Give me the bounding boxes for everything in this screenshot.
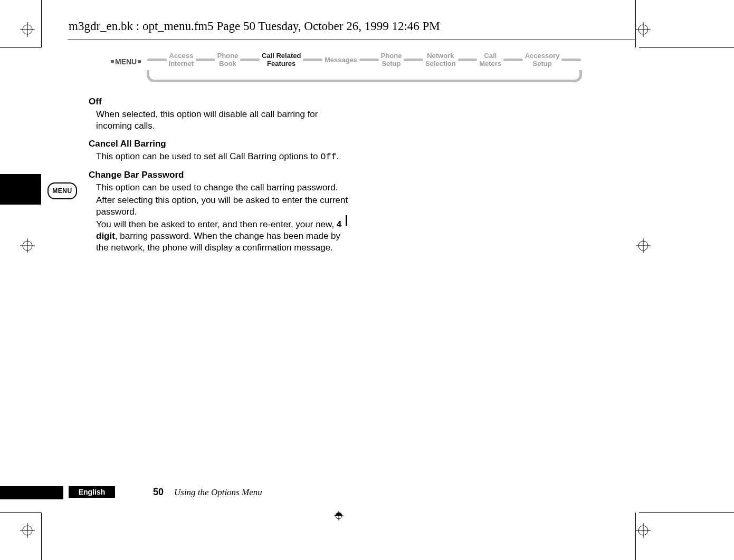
crop-line	[639, 512, 734, 513]
footer-chapter-title: Using the Options Menu	[174, 487, 262, 498]
ribbon-connector	[404, 59, 423, 61]
registration-mark-icon	[20, 22, 35, 37]
change-bar	[346, 215, 347, 226]
crop-line	[0, 512, 41, 513]
ribbon-connector	[196, 59, 215, 61]
ribbon-item-call-meters: Call Meters	[479, 52, 501, 67]
crop-line	[41, 0, 42, 47]
registration-mark-icon	[636, 22, 651, 37]
footer-black-tab	[0, 486, 63, 499]
ribbon-item-phone-setup: Phone Setup	[381, 52, 402, 67]
ribbon-item-network-selection: Network Selection	[425, 52, 456, 67]
paragraph-change-2: After selecting this option, you will be…	[96, 195, 355, 218]
text: , barring password. When the change has …	[96, 231, 340, 253]
ribbon-item-access-internet: Access Internet	[169, 52, 194, 67]
ribbon-item-messages: Messages	[325, 56, 357, 64]
text: You will then be asked to enter, and the…	[96, 219, 337, 229]
ribbon-connector	[147, 59, 167, 61]
ribbon-connector	[503, 59, 523, 61]
text: This option can be used to set all Call …	[96, 151, 320, 161]
menu-ribbon-label-text: MENU	[115, 57, 137, 66]
crop-line	[41, 513, 42, 560]
ribbon-connector	[240, 59, 260, 61]
paragraph-change-3: You will then be asked to enter, and the…	[96, 219, 355, 254]
paragraph-off: When selected, this option will disable …	[96, 109, 355, 132]
ribbon-item-call-related-features: Call Related Features	[262, 52, 301, 67]
paragraph-cancel: This option can be used to set all Call …	[96, 151, 355, 163]
ribbon-item-accessory-setup: Accessory Setup	[525, 52, 560, 67]
thumb-tab	[0, 174, 41, 205]
registration-mark-icon	[636, 523, 651, 538]
running-header: m3gdr_en.bk : opt_menu.fm5 Page 50 Tuesd…	[69, 20, 440, 33]
heading-cancel-all-barring: Cancel All Barring	[89, 138, 355, 150]
registration-mark-icon	[20, 523, 35, 538]
menu-key-badge-label: MENU	[52, 187, 72, 195]
ribbon-connector	[359, 59, 379, 61]
paragraph-change-1: This option can be used to change the ca…	[96, 182, 355, 194]
crop-line	[0, 47, 41, 48]
registration-mark-icon	[20, 238, 35, 253]
square-bullet-icon	[111, 60, 114, 63]
registration-mark-icon	[636, 238, 651, 253]
square-bullet-icon	[138, 60, 141, 63]
ribbon-track-bottom	[147, 70, 582, 82]
ribbon-connector	[303, 59, 322, 61]
footer-language: English	[69, 486, 115, 498]
ribbon-item-phone-book: Phone Book	[217, 52, 239, 67]
heading-off: Off	[89, 96, 355, 108]
menu-ribbon: MENU Access Internet Phone Book Call Rel…	[111, 50, 583, 79]
menu-ribbon-label: MENU	[111, 57, 141, 66]
ribbon-connector	[561, 59, 581, 61]
body-content: Off When selected, this option will disa…	[89, 90, 355, 255]
menu-ribbon-items: Access Internet Phone Book Call Related …	[145, 52, 583, 67]
crop-line	[639, 47, 734, 48]
registration-mark-icon	[334, 511, 344, 520]
ribbon-connector	[458, 59, 478, 61]
code-off: Off	[320, 152, 337, 162]
header-rule	[68, 40, 635, 40]
menu-key-badge: MENU	[47, 182, 77, 199]
footer-page-number: 50	[153, 487, 164, 498]
text: .	[337, 151, 339, 161]
heading-change-bar-password: Change Bar Password	[89, 169, 355, 181]
